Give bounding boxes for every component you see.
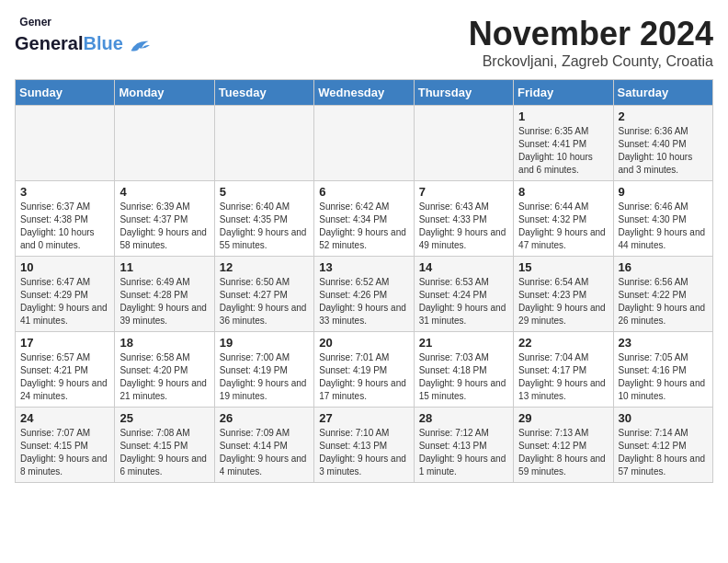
day-info: Sunrise: 6:54 AM Sunset: 4:23 PM Dayligh…: [518, 276, 608, 327]
day-number: 17: [20, 336, 109, 350]
calendar-cell: 20Sunrise: 7:01 AM Sunset: 4:19 PM Dayli…: [314, 332, 414, 408]
header: General GeneralBlue November 2024 Brckov…: [15, 15, 713, 70]
location: Brckovljani, Zagreb County, Croatia: [469, 53, 713, 70]
day-info: Sunrise: 6:47 AM Sunset: 4:29 PM Dayligh…: [20, 276, 109, 327]
day-info: Sunrise: 6:53 AM Sunset: 4:24 PM Dayligh…: [419, 276, 508, 327]
day-info: Sunrise: 7:13 AM Sunset: 4:12 PM Dayligh…: [518, 427, 608, 478]
day-info: Sunrise: 6:39 AM Sunset: 4:37 PM Dayligh…: [119, 201, 209, 252]
week-row-2: 10Sunrise: 6:47 AM Sunset: 4:29 PM Dayli…: [16, 257, 713, 332]
calendar-cell: 8Sunrise: 6:44 AM Sunset: 4:32 PM Daylig…: [514, 181, 613, 257]
calendar-cell: 15Sunrise: 6:54 AM Sunset: 4:23 PM Dayli…: [514, 257, 613, 332]
calendar-cell: 16Sunrise: 6:56 AM Sunset: 4:22 PM Dayli…: [613, 257, 712, 332]
day-info: Sunrise: 7:09 AM Sunset: 4:14 PM Dayligh…: [220, 427, 309, 478]
calendar-cell: 19Sunrise: 7:00 AM Sunset: 4:19 PM Dayli…: [214, 332, 313, 408]
header-tuesday: Tuesday: [214, 80, 313, 106]
day-number: 14: [419, 260, 508, 274]
day-number: 4: [119, 185, 209, 199]
week-row-3: 17Sunrise: 6:57 AM Sunset: 4:21 PM Dayli…: [16, 332, 713, 408]
day-info: Sunrise: 6:46 AM Sunset: 4:30 PM Dayligh…: [619, 201, 708, 252]
day-info: Sunrise: 6:52 AM Sunset: 4:26 PM Dayligh…: [319, 276, 408, 327]
day-number: 28: [419, 411, 508, 425]
calendar-cell: [414, 106, 513, 181]
day-info: Sunrise: 7:10 AM Sunset: 4:13 PM Dayligh…: [319, 427, 408, 478]
calendar-cell: [16, 106, 115, 181]
header-friday: Friday: [514, 80, 613, 106]
day-info: Sunrise: 6:42 AM Sunset: 4:34 PM Dayligh…: [319, 201, 408, 252]
day-number: 27: [319, 411, 408, 425]
day-number: 26: [220, 411, 309, 425]
day-info: Sunrise: 6:44 AM Sunset: 4:32 PM Dayligh…: [518, 201, 608, 252]
header-thursday: Thursday: [414, 80, 513, 106]
header-saturday: Saturday: [613, 80, 712, 106]
week-row-0: 1Sunrise: 6:35 AM Sunset: 4:41 PM Daylig…: [16, 106, 713, 181]
calendar-cell: 17Sunrise: 6:57 AM Sunset: 4:21 PM Dayli…: [16, 332, 115, 408]
calendar-cell: 13Sunrise: 6:52 AM Sunset: 4:26 PM Dayli…: [314, 257, 414, 332]
calendar-cell: 1Sunrise: 6:35 AM Sunset: 4:41 PM Daylig…: [514, 106, 613, 181]
day-info: Sunrise: 6:35 AM Sunset: 4:41 PM Dayligh…: [518, 125, 608, 177]
day-info: Sunrise: 6:58 AM Sunset: 4:20 PM Dayligh…: [119, 351, 209, 403]
day-number: 5: [220, 185, 309, 199]
day-info: Sunrise: 7:12 AM Sunset: 4:13 PM Dayligh…: [419, 427, 508, 478]
week-row-4: 24Sunrise: 7:07 AM Sunset: 4:15 PM Dayli…: [16, 408, 713, 483]
day-number: 8: [518, 185, 608, 199]
calendar-cell: 23Sunrise: 7:05 AM Sunset: 4:16 PM Dayli…: [613, 332, 712, 408]
calendar-cell: 10Sunrise: 6:47 AM Sunset: 4:29 PM Dayli…: [16, 257, 115, 332]
title-area: November 2024 Brckovljani, Zagreb County…: [469, 15, 713, 70]
day-number: 22: [518, 336, 608, 350]
calendar-cell: 30Sunrise: 7:14 AM Sunset: 4:12 PM Dayli…: [613, 408, 712, 483]
day-number: 15: [518, 260, 608, 274]
calendar-cell: 3Sunrise: 6:37 AM Sunset: 4:38 PM Daylig…: [16, 181, 115, 257]
calendar-cell: [214, 106, 313, 181]
calendar-cell: 14Sunrise: 6:53 AM Sunset: 4:24 PM Dayli…: [414, 257, 513, 332]
day-number: 18: [119, 336, 209, 350]
day-number: 30: [619, 411, 708, 425]
calendar-cell: 22Sunrise: 7:04 AM Sunset: 4:17 PM Dayli…: [514, 332, 613, 408]
calendar-cell: 4Sunrise: 6:39 AM Sunset: 4:37 PM Daylig…: [115, 181, 214, 257]
day-info: Sunrise: 7:14 AM Sunset: 4:12 PM Dayligh…: [619, 427, 708, 478]
day-number: 9: [619, 185, 708, 199]
day-number: 11: [119, 260, 209, 274]
header-sunday: Sunday: [16, 80, 115, 106]
day-number: 10: [20, 260, 109, 274]
day-info: Sunrise: 6:57 AM Sunset: 4:21 PM Dayligh…: [20, 351, 109, 403]
logo-bird-icon: [130, 38, 150, 54]
calendar-cell: 9Sunrise: 6:46 AM Sunset: 4:30 PM Daylig…: [613, 181, 712, 257]
day-number: 25: [119, 411, 209, 425]
day-info: Sunrise: 7:04 AM Sunset: 4:17 PM Dayligh…: [518, 351, 608, 403]
day-number: 2: [619, 109, 708, 123]
day-number: 13: [319, 260, 408, 274]
day-number: 12: [220, 260, 309, 274]
calendar-cell: 29Sunrise: 7:13 AM Sunset: 4:12 PM Dayli…: [514, 408, 613, 483]
month-title: November 2024: [469, 15, 713, 53]
day-info: Sunrise: 6:49 AM Sunset: 4:28 PM Dayligh…: [119, 276, 209, 327]
day-number: 29: [518, 411, 608, 425]
day-info: Sunrise: 7:08 AM Sunset: 4:15 PM Dayligh…: [119, 427, 209, 478]
calendar-cell: 7Sunrise: 6:43 AM Sunset: 4:33 PM Daylig…: [414, 181, 513, 257]
logo-blue: Blue: [83, 33, 122, 53]
day-number: 23: [619, 336, 708, 350]
svg-text:General: General: [19, 16, 51, 29]
day-info: Sunrise: 7:00 AM Sunset: 4:19 PM Dayligh…: [220, 351, 309, 403]
calendar-cell: 21Sunrise: 7:03 AM Sunset: 4:18 PM Dayli…: [414, 332, 513, 408]
calendar-cell: 6Sunrise: 6:42 AM Sunset: 4:34 PM Daylig…: [314, 181, 414, 257]
day-info: Sunrise: 7:07 AM Sunset: 4:15 PM Dayligh…: [20, 427, 109, 478]
calendar-cell: 12Sunrise: 6:50 AM Sunset: 4:27 PM Dayli…: [214, 257, 313, 332]
day-info: Sunrise: 7:03 AM Sunset: 4:18 PM Dayligh…: [419, 351, 508, 403]
day-info: Sunrise: 6:37 AM Sunset: 4:38 PM Dayligh…: [20, 201, 109, 252]
calendar-cell: 2Sunrise: 6:36 AM Sunset: 4:40 PM Daylig…: [613, 106, 712, 181]
calendar-cell: [314, 106, 414, 181]
day-number: 24: [20, 411, 109, 425]
header-wednesday: Wednesday: [314, 80, 414, 106]
calendar-cell: 27Sunrise: 7:10 AM Sunset: 4:13 PM Dayli…: [314, 408, 414, 483]
day-number: 21: [419, 336, 508, 350]
calendar-cell: 25Sunrise: 7:08 AM Sunset: 4:15 PM Dayli…: [115, 408, 214, 483]
day-info: Sunrise: 6:50 AM Sunset: 4:27 PM Dayligh…: [220, 276, 309, 327]
day-number: 6: [319, 185, 408, 199]
calendar-cell: 24Sunrise: 7:07 AM Sunset: 4:15 PM Dayli…: [16, 408, 115, 483]
day-number: 19: [220, 336, 309, 350]
calendar-cell: [115, 106, 214, 181]
calendar-cell: 11Sunrise: 6:49 AM Sunset: 4:28 PM Dayli…: [115, 257, 214, 332]
logo-icon: General: [18, 15, 51, 33]
day-number: 3: [20, 185, 109, 199]
header-monday: Monday: [115, 80, 214, 106]
